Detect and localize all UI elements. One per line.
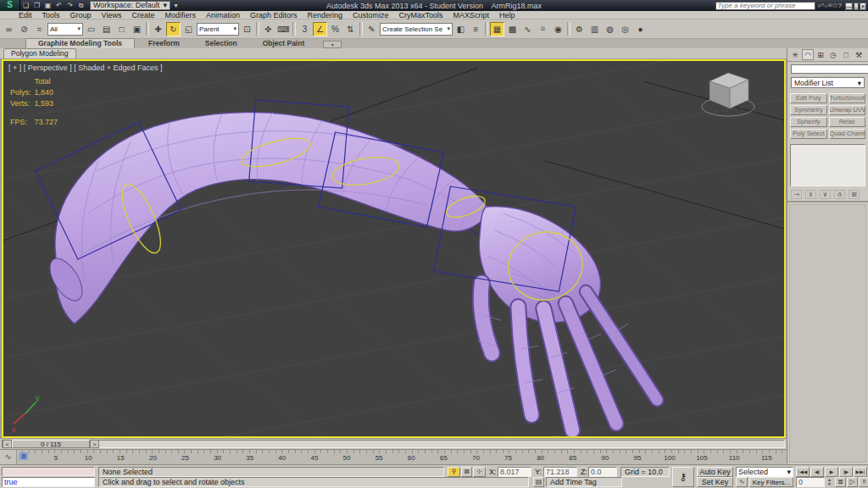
key-curve-icon[interactable]: ∿ — [736, 477, 748, 487]
modifier-button-relax[interactable]: Relax — [829, 117, 866, 127]
tab-modify[interactable]: ◠ — [802, 49, 814, 60]
x-coordinate-field[interactable]: 8.017 — [498, 467, 531, 477]
modifier-button-unwrap-uvw[interactable]: Unwrap UVW — [829, 105, 866, 115]
modifier-button-spherify[interactable]: Spherify — [790, 117, 827, 127]
auto-key-button[interactable]: Auto Key — [697, 467, 733, 477]
play-button[interactable]: ▶ — [825, 467, 838, 477]
menu-create[interactable]: Create — [126, 11, 159, 19]
frame-spinner[interactable]: ▲▼ — [826, 478, 832, 485]
next-key-arrow[interactable]: > — [90, 440, 99, 448]
help-icon[interactable]: ? — [837, 2, 841, 9]
select-and-link-icon[interactable]: ∞ — [2, 22, 16, 36]
go-to-start-button[interactable]: |◀◀ — [796, 467, 810, 477]
render-setup-icon[interactable]: ⚙ — [572, 22, 587, 36]
time-slider-handle[interactable]: 0 / 115 — [12, 440, 90, 448]
goto-frame-icon[interactable]: ≣ — [835, 477, 846, 487]
current-frame-field[interactable]: 0 — [796, 477, 825, 487]
track-bar-ruler[interactable]: 0510152025303540455055606570758085909510… — [17, 450, 787, 464]
go-to-end-button[interactable]: ▶▶| — [854, 467, 867, 477]
set-key-button[interactable]: Set Key — [697, 477, 733, 487]
configure-modifier-sets-icon[interactable]: ⊞ — [849, 190, 860, 199]
modifier-list-dropdown[interactable]: Modifier List ▾ — [791, 77, 865, 88]
menu-views[interactable]: Views — [97, 11, 127, 19]
next-frame-button[interactable]: |▶ — [839, 467, 853, 477]
mute-icon[interactable]: ‼ — [859, 477, 868, 487]
modifier-button-symmetry[interactable]: Symmetry — [790, 105, 827, 115]
maxscript-mini-listener-white[interactable]: true — [2, 477, 95, 487]
make-unique-icon[interactable]: ∨ — [820, 190, 831, 199]
menu-crymaxtools[interactable]: CryMaxTools — [394, 11, 448, 19]
modifier-button-quad-chamfer[interactable]: Quad Chamfer — [829, 129, 866, 139]
bind-to-space-warp-icon[interactable]: ≈ — [32, 22, 47, 36]
modifier-stack-list[interactable] — [790, 144, 865, 186]
toolbar-flyout-icon[interactable]: ▾ — [170, 1, 181, 11]
window-crossing-icon[interactable]: ▣ — [130, 22, 144, 36]
menu-customize[interactable]: Customize — [348, 11, 394, 19]
open-file-icon[interactable]: ❐ — [31, 1, 42, 11]
menu-rendering[interactable]: Rendering — [303, 11, 348, 19]
key-mode-dropdown[interactable]: Selected ▾ — [736, 467, 793, 477]
tab-display[interactable]: □ — [840, 49, 852, 60]
reference-coordinate-dropdown[interactable]: Parent▾ — [197, 23, 239, 36]
remove-modifier-icon[interactable]: ð — [834, 190, 845, 199]
snap-toggle-3d-icon[interactable]: 3 — [298, 22, 312, 36]
menu-help[interactable]: Help — [494, 11, 520, 19]
undo-icon[interactable]: ↶ — [53, 1, 64, 11]
rectangular-selection-region-icon[interactable]: □ — [114, 22, 129, 36]
ribbon-tab-selection[interactable]: Selection — [193, 39, 249, 48]
menu-edit[interactable]: Edit — [14, 11, 37, 19]
ribbon-tab-object-paint[interactable]: Object Paint — [251, 39, 317, 48]
object-name-field[interactable] — [791, 64, 868, 74]
select-by-name-icon[interactable]: ▤ — [99, 22, 114, 36]
time-tag-icon[interactable]: ▤ — [533, 477, 544, 487]
ribbon-tab-graphite-modeling-tools[interactable]: Graphite Modeling Tools — [25, 38, 135, 48]
search-input[interactable] — [715, 2, 815, 10]
tab-polygon-modeling[interactable]: Polygon Modeling — [3, 48, 76, 58]
select-and-move-icon[interactable]: ✚ — [151, 22, 165, 36]
previous-key-arrow[interactable]: < — [3, 440, 12, 448]
select-object-icon[interactable]: ▭ — [84, 22, 98, 36]
percent-snap-icon[interactable]: % — [328, 22, 342, 36]
workspace-dropdown[interactable]: Workspace: Default ▾ — [90, 1, 170, 10]
edit-named-selection-sets-icon[interactable]: ✎ — [364, 22, 379, 36]
mini-curve-editor-icon[interactable]: ∿ — [0, 450, 17, 464]
material-editor-icon[interactable]: ◉ — [551, 22, 565, 36]
spinner-snap-icon[interactable]: ⇅ — [343, 22, 358, 36]
menu-modifiers[interactable]: Modifiers — [159, 11, 201, 19]
new-file-icon[interactable]: ❏ — [20, 1, 31, 11]
pin-stack-icon[interactable]: ⊸ — [791, 190, 802, 199]
tab-motion[interactable]: ◷ — [827, 49, 839, 60]
maximize-button[interactable]: □ — [854, 3, 859, 10]
minimize-button[interactable]: — — [845, 3, 853, 10]
graphite-ribbon-toggle-icon[interactable]: ▩ — [505, 22, 520, 36]
render-last-icon[interactable]: ● — [633, 22, 648, 36]
play-selected-icon[interactable]: ▷ — [847, 477, 858, 487]
previous-frame-button[interactable]: ◀| — [810, 467, 824, 477]
render-production-icon[interactable]: ◍ — [603, 22, 617, 36]
perspective-viewport[interactable]: x y [ + ] [ Perspective ] [ Shaded + Edg… — [2, 59, 786, 438]
viewport-canvas[interactable]: x y — [3, 61, 784, 436]
absolute-offset-mode-icon[interactable]: ⊹ — [473, 467, 486, 477]
named-selection-sets-dropdown[interactable]: Create Selection Se▾ — [380, 23, 453, 36]
use-pivot-point-center-icon[interactable]: ⊡ — [240, 22, 254, 36]
align-icon[interactable]: ≡ — [469, 22, 483, 36]
keyboard-override-icon[interactable]: ⌨ — [276, 22, 291, 36]
modifier-button-poly-select[interactable]: Poly Select — [790, 129, 827, 139]
schematic-view-icon[interactable]: ⌗ — [536, 22, 550, 36]
redo-icon[interactable]: ↷ — [64, 1, 75, 11]
menu-group[interactable]: Group — [65, 11, 97, 19]
app-logo-icon[interactable]: S — [0, 0, 20, 11]
menu-maxscript[interactable]: MAXScript — [448, 11, 495, 19]
select-and-scale-icon[interactable]: ◱ — [181, 22, 196, 36]
isolate-selection-toggle-icon[interactable]: ⚲ — [448, 467, 460, 477]
select-and-rotate-icon[interactable]: ↻ — [166, 22, 181, 36]
arm-model[interactable] — [43, 112, 657, 430]
project-folder-icon[interactable]: ⧉ — [75, 1, 86, 11]
modifier-button-edit-poly[interactable]: Edit Poly — [790, 93, 827, 103]
render-iterative-icon[interactable]: ◎ — [618, 22, 632, 36]
ribbon-overflow-icon[interactable]: ▾ — [323, 41, 342, 48]
select-and-manipulate-icon[interactable]: ✜ — [261, 22, 275, 36]
selection-lock-toggle-icon[interactable]: ⊠ — [461, 467, 472, 477]
save-file-icon[interactable]: ▣ — [42, 1, 53, 11]
unlink-selection-icon[interactable]: ⊘ — [17, 22, 31, 36]
